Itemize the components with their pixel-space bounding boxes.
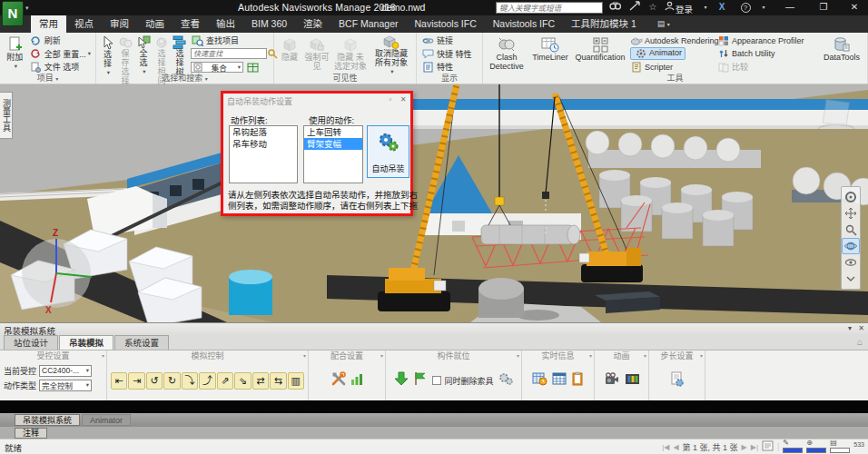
pan-hand-icon[interactable] [842,205,860,222]
share-icon[interactable] [626,1,643,14]
help-icon[interactable]: ? [737,1,754,14]
used-actions-listbox[interactable]: 上车回转 臂架变幅 [303,125,363,183]
panel-tab-animator[interactable]: Animator [82,414,131,426]
tab-bcf-manager[interactable]: BCF Manager [330,15,406,33]
dock-close-icon[interactable]: ✕ [858,324,864,332]
dock-tab-system-settings[interactable]: 系统设置 [114,335,169,350]
require-button[interactable]: 强制可见 [303,35,330,73]
datatools-button[interactable]: DataTools [820,35,863,73]
sim-control-button[interactable]: ⤵ [182,372,198,390]
sim-control-button[interactable]: ⇥ [128,372,144,390]
tab-viewpoint[interactable]: 视点 [66,15,102,33]
sets-dropdown[interactable]: 集合 ▾ [191,62,243,73]
autodesk-rendering-button[interactable]: Autodesk Rendering [629,35,719,46]
measure-tools-tab[interactable]: 测量工具 [0,92,13,139]
group-dropdown-icon[interactable]: ▾ [700,350,703,362]
group-dropdown-icon[interactable]: ▾ [380,350,383,362]
dock-collapse-icon[interactable]: ▾ [848,324,852,332]
tab-output[interactable]: 输出 [208,15,243,33]
application-menu-dropdown-icon[interactable]: ▾ [25,5,29,12]
group-dropdown-icon[interactable]: ▾ [303,350,306,362]
sim-control-button[interactable]: ⇤ [111,372,127,390]
links-button[interactable]: 链接 [421,35,478,46]
timeliner-button[interactable]: TimeLiner [528,35,572,73]
sim-control-button[interactable]: ↺ [146,372,163,390]
action-type-select[interactable]: 完全控制▾ [39,380,92,391]
delete-rigging-checkbox[interactable]: 同时删除索具 [432,373,493,388]
tab-view[interactable]: 查看 [173,15,208,33]
select-same-button[interactable]: 选择 相同对象 [153,35,170,73]
batch-utility-button[interactable]: Batch Utility [716,48,775,60]
dialog-maximize-icon[interactable]: ▫ [385,94,396,105]
hide-unselected-button[interactable]: 隐藏 未选定对象 [332,35,369,73]
checkbox-box[interactable] [432,376,441,385]
appearance-profiler-button[interactable]: Appearance Profiler [716,35,804,46]
sim-control-button[interactable]: ↻ [163,372,180,390]
sheet-last-button[interactable]: ▶| [751,443,758,451]
search-binoculars-icon[interactable] [607,1,623,14]
unhide-all-button[interactable]: 取消隐藏 所有对象 ▾ [370,35,412,73]
maximize-button[interactable]: ❐ [811,0,836,15]
sign-in-dropdown-icon[interactable]: ▾ [697,1,714,14]
sim-control-button[interactable]: ⇘ [234,372,251,390]
properties-button[interactable]: 特性 [421,61,478,73]
sheet-prev-button[interactable]: ◀ [673,443,678,451]
sim-control-button[interactable]: ⇆ [270,372,286,390]
select-all-button[interactable]: 全 选 ▾ [135,35,152,73]
refresh-button[interactable]: 刷新 [29,35,91,46]
quantification-button[interactable]: Quantification [574,35,626,73]
file-options-button[interactable]: 文件 选项 [29,61,91,73]
auto-hoist-button[interactable]: 自动吊装 [367,125,409,178]
navbar-more-icon[interactable] [842,271,860,287]
tab-render[interactable]: 渲染 [295,15,330,33]
dock-home-icon[interactable]: ⌂ [857,337,863,347]
look-around-icon[interactable] [842,254,860,271]
quick-find-input[interactable] [191,48,267,59]
selection-tree-button[interactable]: 选择 树 [172,35,188,73]
realtime-clipboard-icon[interactable] [571,371,584,390]
sim-control-button[interactable]: ▥ [288,372,304,390]
close-button[interactable]: ✕ [842,0,867,15]
tab-bim360[interactable]: BIM 360 [243,15,295,33]
minimize-button[interactable]: — [777,0,803,15]
steering-wheel-icon[interactable] [842,189,860,205]
realtime-clock-icon[interactable] [532,371,547,390]
find-items-button[interactable]: 查找项目 [191,35,278,46]
sim-control-button[interactable]: ⇄ [252,372,269,390]
viewport-3d-scene[interactable]: Z X [0,84,868,322]
dock-tab-station-design[interactable]: 站位设计 [4,335,58,350]
reset-all-button[interactable]: 全部 重置... ▾ [29,48,91,60]
application-menu-button[interactable]: N [2,1,24,26]
sign-in-button[interactable]: 登录 [676,3,693,15]
coordination-chart-icon[interactable] [350,371,364,390]
save-selection-button[interactable]: 保存 选择 [117,35,133,73]
ribbon-group-select-search-label[interactable]: 选择和搜索 ▾ [96,73,273,84]
append-button[interactable]: 附加 ▾ [4,35,26,73]
list-item[interactable]: 吊车移动 [230,138,297,150]
select-button[interactable]: 选择 ▾ [100,35,115,73]
animation-camera-icon[interactable] [604,372,620,390]
scripter-button[interactable]: Scripter [629,61,673,73]
tab-tool-addins[interactable]: 工具附加模块 1 [563,15,645,33]
favorites-star-icon[interactable]: ☆ [645,1,661,14]
coordination-tools-icon[interactable] [330,370,347,390]
tab-navistools-ifc-2[interactable]: Navistools IFC [485,15,563,33]
ribbon-collapse-button[interactable]: ▤ ▾ [657,15,670,33]
sim-control-button[interactable]: ⤴ [199,372,215,390]
action-listbox[interactable]: 吊钩起落 吊车移动 [229,125,298,183]
tab-home[interactable]: 常用 [31,15,66,33]
positioning-settings-gears-icon[interactable] [498,372,513,389]
group-dropdown-icon[interactable]: ▾ [102,350,104,362]
animator-button[interactable]: Animator [630,47,686,60]
manage-sets-icon[interactable] [246,61,260,73]
dialog-close-icon[interactable]: ✕ [398,94,409,105]
group-dropdown-icon[interactable]: ▾ [589,350,592,362]
panel-tab-hoisting[interactable]: 吊装模拟系统 [15,414,80,426]
sheet-first-button[interactable]: |◀ [662,443,669,451]
sheet-next-button[interactable]: ▶ [742,443,747,451]
comment-tab[interactable]: 注释 [15,428,47,439]
viewcube[interactable] [814,95,859,141]
dialog-title[interactable]: 自动吊装动作设置 [223,94,410,107]
dock-tab-hoist-simulation[interactable]: 吊装模拟 [59,335,113,350]
exchange-apps-icon[interactable]: X [714,1,730,14]
